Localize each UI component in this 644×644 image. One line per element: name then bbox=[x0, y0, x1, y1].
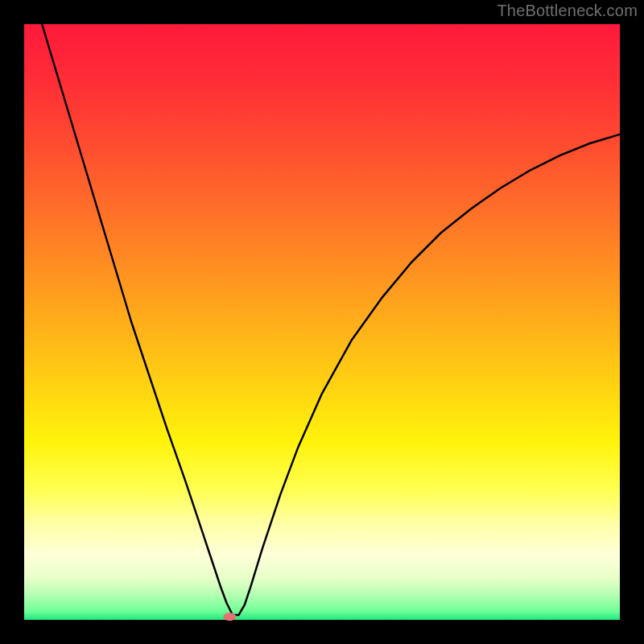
plot-background bbox=[24, 24, 620, 620]
watermark-text: TheBottleneck.com bbox=[497, 2, 638, 20]
minimum-marker bbox=[223, 613, 236, 621]
chart-frame: TheBottleneck.com bbox=[0, 0, 644, 644]
bottleneck-chart bbox=[0, 0, 644, 644]
